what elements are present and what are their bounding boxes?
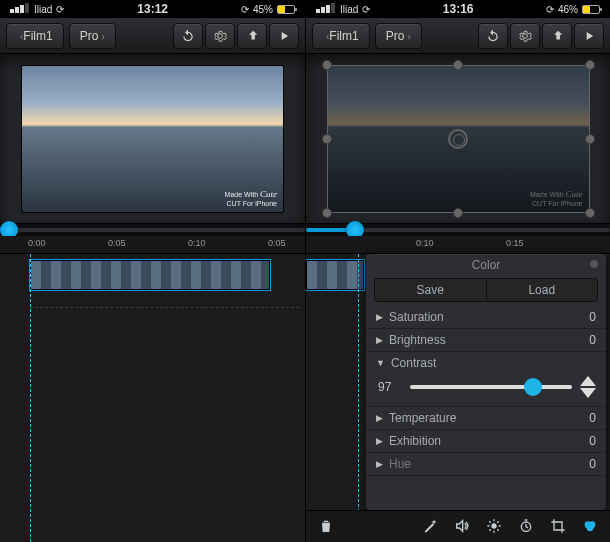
watermark: Made With Cute CUT For iPhone [225,190,277,208]
back-button[interactable]: ‹ Film1 [312,23,370,49]
contrast-slider[interactable] [410,385,572,389]
settings-button[interactable] [205,23,235,49]
volume-button[interactable] [454,518,470,534]
signal-icon [10,3,30,15]
resize-handle[interactable] [322,60,332,70]
battery-pct: 46% [558,4,578,15]
color-rows: ▶ Saturation 0 ▶ Brightness 0 ▼ Contrast… [366,306,606,510]
brightness-button[interactable] [486,518,502,534]
back-label: Film1 [23,29,52,43]
resize-handle[interactable] [322,208,332,218]
timeline-ruler[interactable]: 0:00 0:05 0:10 0:05 [0,236,305,254]
preview-thumbnail-selected[interactable]: Made With Cute CUT For iPhone [327,65,590,213]
row-hue[interactable]: ▶ Hue 0 [366,453,606,476]
preview-thumbnail[interactable]: Made With Cute CUT For iPhone [21,65,284,213]
spinner-icon: ⟳ [241,4,249,15]
back-button[interactable]: ‹ Film1 [6,23,64,49]
row-saturation[interactable]: ▶ Saturation 0 [366,306,606,329]
battery-pct: 45% [253,4,273,15]
scrubber[interactable] [0,224,305,236]
watermark: Made With Cute CUT For iPhone [530,190,582,208]
preview-area: Made With Cute CUT For iPhone [0,54,305,224]
playhead[interactable] [30,254,31,542]
chevron-right-icon: › [101,31,104,42]
resize-handle[interactable] [453,60,463,70]
save-tab[interactable]: Save [375,279,486,301]
share-button[interactable] [542,23,572,49]
status-bar: Iliad ⟳ 13:12 ⟳ 45% [0,0,305,18]
resize-handle[interactable] [585,208,595,218]
svg-point-4 [587,525,594,532]
crop-button[interactable] [550,518,566,534]
back-label: Film1 [329,29,358,43]
disclosure-down-icon: ▼ [376,358,385,368]
status-time: 13:16 [443,2,474,16]
battery-icon [582,5,600,14]
spinner-icon: ⟳ [546,4,554,15]
signal-icon [316,3,336,15]
playhead[interactable] [358,254,359,542]
row-exhibition[interactable]: ▶ Exhibition 0 [366,430,606,453]
status-time: 13:12 [137,2,168,16]
center-target-icon[interactable] [448,129,468,149]
settings-button[interactable] [510,23,540,49]
chevron-right-icon: › [407,31,410,42]
resize-handle[interactable] [585,60,595,70]
disclosure-right-icon: ▶ [376,436,383,446]
scrubber[interactable] [306,224,610,236]
timer-button[interactable] [518,518,534,534]
step-down-button[interactable] [580,388,596,398]
carrier-label: Iliad [34,4,52,15]
row-contrast[interactable]: ▼ Contrast 97 [366,352,606,407]
disclosure-right-icon: ▶ [376,459,383,469]
undo-button[interactable] [173,23,203,49]
spinner-icon: ⟳ [362,4,370,15]
disclosure-right-icon: ▶ [376,312,383,322]
pro-label: Pro [386,29,405,43]
play-button[interactable] [574,23,604,49]
svg-point-0 [491,523,496,528]
undo-button[interactable] [478,23,508,49]
right-screenshot: Iliad ⟳ 13:16 ⟳ 46% ‹ Film1 Pro › [305,0,610,542]
resize-handle[interactable] [585,134,595,144]
carrier-label: Iliad [340,4,358,15]
resize-handle[interactable] [453,208,463,218]
share-button[interactable] [237,23,267,49]
preview-area: Made With Cute CUT For iPhone [306,54,610,224]
timeline-ruler[interactable]: 0:10 0:15 [306,236,610,254]
top-toolbar: ‹ Film1 Pro › [0,18,305,54]
battery-icon [277,5,295,14]
track-placeholder [30,298,299,308]
disclosure-right-icon: ▶ [376,413,383,423]
pro-button[interactable]: Pro › [69,23,116,49]
bottom-toolbar [306,510,610,542]
top-toolbar: ‹ Film1 Pro › [306,18,610,54]
slider-knob[interactable] [524,378,542,396]
color-panel: Color Save Load ▶ Saturation 0 ▶ Brightn… [366,254,606,510]
load-tab[interactable]: Load [487,279,598,301]
panel-title: Color [472,258,501,272]
panel-segment: Save Load [374,278,598,302]
spinner-icon: ⟳ [56,4,64,15]
color-button[interactable] [582,518,598,534]
play-button[interactable] [269,23,299,49]
video-clip[interactable] [306,260,364,290]
row-temperature[interactable]: ▶ Temperature 0 [366,407,606,430]
status-bar: Iliad ⟳ 13:16 ⟳ 46% [306,0,610,18]
contrast-value: 97 [378,380,402,394]
resize-handle[interactable] [322,134,332,144]
left-screenshot: Iliad ⟳ 13:12 ⟳ 45% ‹ Film1 Pro › Made W [0,0,305,542]
video-clip[interactable] [30,260,270,290]
step-up-button[interactable] [580,376,596,386]
wand-button[interactable] [422,518,438,534]
trash-button[interactable] [318,518,334,534]
pro-button[interactable]: Pro › [375,23,422,49]
row-brightness[interactable]: ▶ Brightness 0 [366,329,606,352]
pro-label: Pro [80,29,99,43]
disclosure-right-icon: ▶ [376,335,383,345]
close-icon[interactable] [590,260,598,268]
timeline-tracks[interactable] [0,254,305,542]
